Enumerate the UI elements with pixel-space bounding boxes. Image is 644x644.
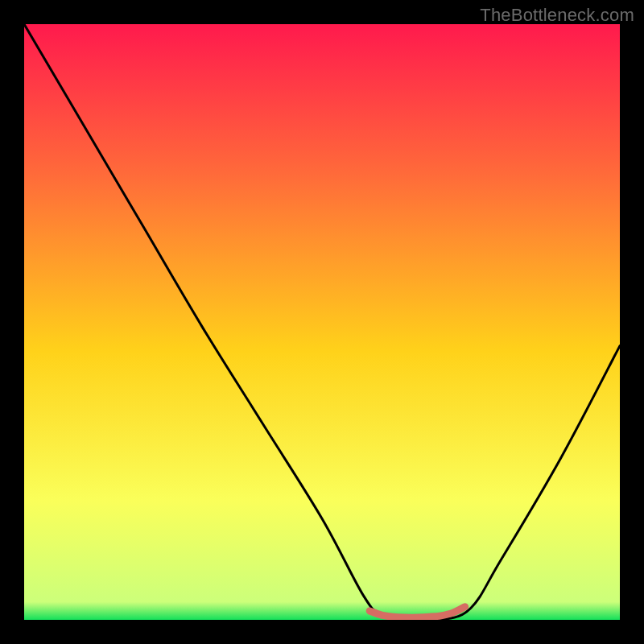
plot-area (24, 24, 620, 620)
chart-frame: TheBottleneck.com (0, 0, 644, 644)
bottleneck-chart (24, 24, 620, 620)
gradient-background (24, 24, 620, 620)
watermark-label: TheBottleneck.com (480, 5, 634, 26)
